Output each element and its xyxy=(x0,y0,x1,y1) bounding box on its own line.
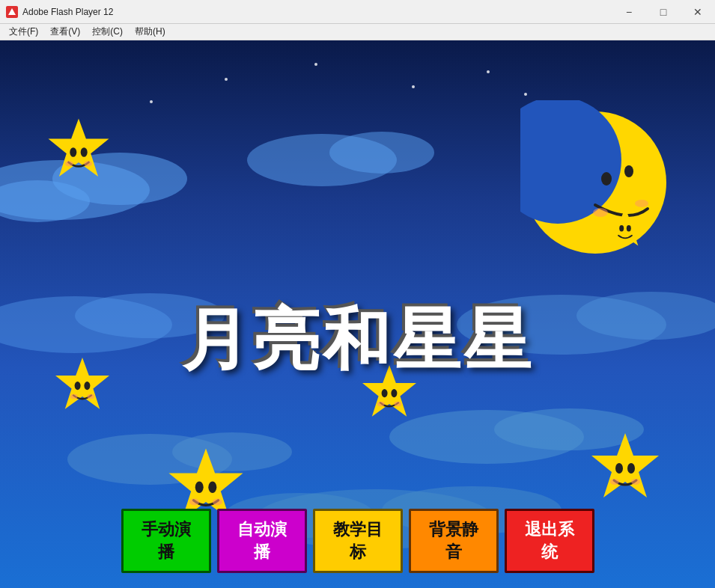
minimize-button[interactable]: − xyxy=(612,0,646,24)
maximize-button[interactable]: □ xyxy=(646,0,681,24)
svg-point-44 xyxy=(189,499,199,506)
svg-marker-46 xyxy=(591,433,659,497)
close-button[interactable]: ✕ xyxy=(681,0,715,24)
svg-point-39 xyxy=(377,402,385,406)
svg-point-38 xyxy=(391,389,397,397)
svg-point-48 xyxy=(627,463,635,474)
star-topleft xyxy=(45,115,112,183)
menu-control[interactable]: 控制(C) xyxy=(86,24,129,40)
twinkle-star-6 xyxy=(524,93,527,96)
svg-point-5 xyxy=(329,132,434,174)
svg-point-24 xyxy=(70,147,76,157)
moon-svg xyxy=(520,100,670,265)
btn-exit[interactable]: 退出系统 xyxy=(505,509,594,573)
twinkle-star-3 xyxy=(412,85,415,88)
twinkle-star-1 xyxy=(225,78,228,81)
svg-marker-31 xyxy=(55,358,109,409)
star-bottomright xyxy=(588,429,663,504)
svg-point-37 xyxy=(382,389,388,397)
svg-point-35 xyxy=(87,394,94,399)
svg-marker-0 xyxy=(8,8,16,15)
menubar: 文件(F) 查看(V) 控制(C) 帮助(H) xyxy=(0,24,715,40)
svg-point-29 xyxy=(619,225,624,231)
twinkle-star-2 xyxy=(314,63,317,66)
svg-point-20 xyxy=(624,165,633,177)
svg-point-27 xyxy=(84,161,92,166)
window-title: Adobe Flash Player 12 xyxy=(22,7,113,17)
svg-point-49 xyxy=(610,479,619,485)
svg-point-47 xyxy=(615,463,623,474)
main-title: 月亮和星星 xyxy=(182,295,534,386)
btn-manual-play[interactable]: 手动演播 xyxy=(121,509,211,573)
menu-view[interactable]: 查看(V) xyxy=(44,24,86,40)
window-controls: − □ ✕ xyxy=(612,0,715,24)
app-icon xyxy=(6,6,18,18)
svg-point-32 xyxy=(75,382,81,390)
svg-point-19 xyxy=(601,172,612,186)
svg-point-45 xyxy=(213,499,222,506)
svg-point-40 xyxy=(394,402,401,406)
menu-help[interactable]: 帮助(H) xyxy=(129,24,171,40)
svg-point-33 xyxy=(84,382,90,390)
svg-marker-28 xyxy=(605,207,645,246)
btn-teaching-goal[interactable]: 教学目标 xyxy=(313,509,403,573)
titlebar: Adobe Flash Player 12 − □ ✕ xyxy=(0,0,715,24)
twinkle-star-4 xyxy=(487,70,490,73)
svg-marker-23 xyxy=(49,119,109,177)
svg-point-26 xyxy=(65,161,73,166)
btn-mute-bg[interactable]: 背景静音 xyxy=(409,509,499,573)
flash-content: 月亮和星星 手动演播 自动演播 教学目标 背景静音 退出系统 xyxy=(0,40,715,588)
svg-point-25 xyxy=(81,147,88,157)
svg-point-43 xyxy=(208,482,216,493)
twinkle-star-5 xyxy=(150,100,153,103)
svg-point-34 xyxy=(70,394,78,399)
star-topright xyxy=(603,205,648,250)
svg-point-42 xyxy=(195,482,204,493)
star-midleft xyxy=(52,355,112,414)
svg-point-50 xyxy=(631,479,640,485)
svg-point-30 xyxy=(627,225,631,231)
btn-auto-play[interactable]: 自动演播 xyxy=(217,509,307,573)
menu-file[interactable]: 文件(F) xyxy=(3,24,44,40)
bottom-buttons: 手动演播 自动演播 教学目标 背景静音 退出系统 xyxy=(121,509,594,573)
